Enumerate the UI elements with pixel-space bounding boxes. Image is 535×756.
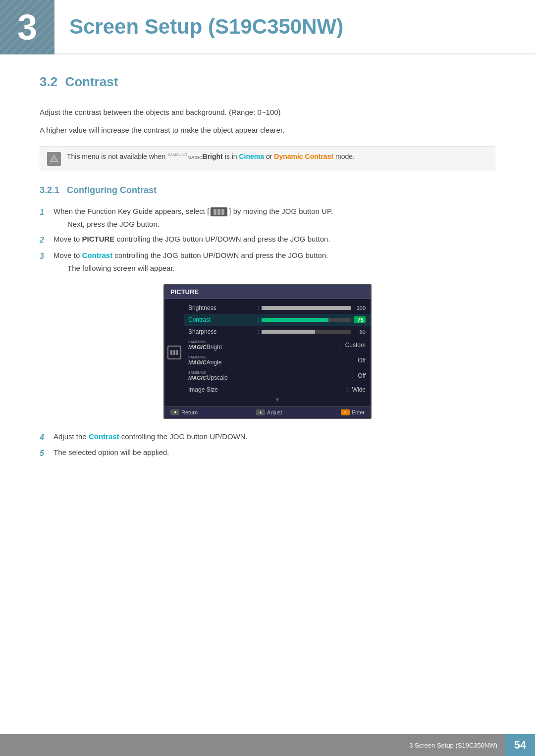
chapter-title-box: Screen Setup (S19C350NW) — [54, 0, 535, 54]
note-text: This menu is not available when SAMSUNGM… — [67, 151, 355, 162]
osd-bar-bg-sharpness — [262, 330, 351, 334]
osd-label-magic-angle: SAMSUNG MAGICAngle — [188, 355, 352, 366]
step-5-text: The selected option will be applied. — [54, 448, 169, 456]
osd-enter-label: Enter — [352, 409, 365, 415]
osd-bar-sharpness: 60 — [262, 329, 366, 335]
section-heading: 3.2 Contrast — [40, 74, 495, 93]
section-title: Contrast — [65, 74, 118, 89]
osd-label-contrast: Contrast — [188, 316, 258, 323]
osd-row-magic-angle: SAMSUNG MAGICAngle : Off — [184, 353, 371, 368]
chapter-header: 3 Screen Setup (S19C350NW) — [0, 0, 535, 54]
osd-footer-enter: ↵ Enter — [341, 409, 365, 415]
step-1-number: 1 — [40, 205, 54, 219]
note-box: This menu is not available when SAMSUNGM… — [40, 146, 495, 171]
osd-num-brightness: 100 — [354, 305, 366, 311]
osd-row-image-size: Image Size : Wide — [184, 384, 371, 396]
osd-footer-adjust: ▲ Adjust — [256, 409, 282, 415]
footer-page-number: 54 — [505, 734, 535, 756]
osd-title-bar: PICTURE — [164, 285, 371, 299]
svg-point-1 — [54, 160, 54, 161]
osd-footer: ◄ Return ▲ Adjust ↵ Enter — [164, 406, 371, 418]
osd-body: Brightness : 100 Contrast : — [164, 299, 371, 406]
step-3-number: 3 — [40, 250, 54, 263]
subsection-number: 3.2.1 — [40, 185, 59, 195]
osd-bar-fill-contrast — [262, 318, 328, 322]
osd-value-magic-upscale: Off — [358, 372, 366, 379]
osd-container: PICTURE Brightness — [40, 284, 495, 419]
osd-menu: Brightness : 100 Contrast : — [184, 299, 371, 406]
osd-bar-bg-contrast — [262, 318, 351, 322]
osd-enter-icon: ↵ — [341, 409, 350, 415]
step-3: 3 Move to Contrast controlling the JOG b… — [40, 250, 495, 274]
osd-screen: PICTURE Brightness — [163, 284, 372, 419]
osd-row-magic-upscale: SAMSUNG MAGICUpscale : Off — [184, 368, 371, 384]
osd-label-image-size: Image Size — [188, 386, 346, 393]
osd-value-magic-angle: Off — [358, 357, 366, 364]
osd-return-icon: ◄ — [170, 409, 179, 415]
osd-footer-return: ◄ Return — [170, 409, 198, 415]
description-1: Adjust the contrast between the objects … — [40, 106, 495, 118]
section-number: 3.2 — [40, 74, 57, 89]
osd-adjust-icon: ▲ — [256, 409, 265, 415]
subsection-heading: 3.2.1 Configuring Contrast — [40, 185, 495, 196]
step-5-number: 5 — [40, 447, 54, 460]
step-3-sub: The following screen will appear. — [54, 262, 328, 274]
subsection-title: Configuring Contrast — [67, 185, 157, 195]
osd-label-magic-bright: SAMSUNG MAGICBright — [188, 340, 339, 351]
steps-list-2: 4 Adjust the Contrast controlling the JO… — [40, 431, 495, 460]
osd-num-contrast: 75 — [354, 316, 366, 323]
osd-row-brightness: Brightness : 100 — [184, 302, 371, 314]
step-4-text: Adjust the Contrast controlling the JOG … — [54, 432, 248, 441]
osd-row-sharpness: Sharpness : 60 — [184, 326, 371, 338]
chapter-number: 3 — [17, 9, 37, 45]
jog-icon — [211, 207, 227, 216]
step-2: 2 Move to PICTURE controlling the JOG bu… — [40, 233, 495, 247]
chapter-number-box: 3 — [0, 0, 54, 54]
osd-adjust-label: Adjust — [267, 409, 282, 415]
svg-rect-2 — [170, 350, 172, 355]
svg-rect-4 — [176, 350, 178, 355]
osd-sidebar-jog-icon — [167, 346, 181, 359]
osd-label-sharpness: Sharpness — [188, 328, 258, 335]
osd-bar-fill-brightness — [262, 306, 351, 310]
step-3-text: Move to Contrast controlling the JOG but… — [54, 251, 328, 259]
note-text-main: This menu is not available when SAMSUNGM… — [67, 152, 355, 160]
page-footer: 3 Screen Setup (S19C350NW) 54 — [0, 734, 535, 756]
osd-bar-contrast: 75 — [262, 316, 366, 323]
steps-list: 1 When the Function Key Guide appears, s… — [40, 205, 495, 274]
description-2: A higher value will increase the contras… — [40, 124, 495, 136]
osd-bar-brightness: 100 — [262, 305, 366, 311]
osd-label-brightness: Brightness — [188, 304, 258, 311]
osd-label-magic-upscale: SAMSUNG MAGICUpscale — [188, 371, 352, 381]
step-5: 5 The selected option will be applied. — [40, 447, 495, 460]
step-1-text: When the Function Key Guide appears, sel… — [54, 207, 333, 215]
osd-value-image-size: Wide — [352, 386, 366, 393]
step-1-sub: Next, press the JOG button. — [54, 218, 333, 230]
osd-return-label: Return — [181, 409, 198, 415]
osd-row-magic-bright: SAMSUNG MAGICBright : Custom — [184, 338, 371, 353]
note-icon — [47, 152, 61, 166]
chapter-title: Screen Setup (S19C350NW) — [69, 15, 343, 39]
osd-value-magic-bright: Custom — [345, 342, 366, 349]
main-content: 3.2 Contrast Adjust the contrast between… — [0, 54, 535, 503]
step-4: 4 Adjust the Contrast controlling the JO… — [40, 431, 495, 444]
osd-bar-bg-brightness — [262, 306, 351, 310]
step-1: 1 When the Function Key Guide appears, s… — [40, 205, 495, 230]
footer-text: 3 Screen Setup (S19C350NW) — [409, 742, 497, 749]
step-2-number: 2 — [40, 233, 54, 247]
osd-row-contrast: Contrast : 75 — [184, 314, 371, 326]
step-2-text: Move to PICTURE controlling the JOG butt… — [54, 235, 330, 243]
osd-num-sharpness: 60 — [354, 329, 366, 335]
osd-bar-fill-sharpness — [262, 330, 315, 334]
svg-rect-3 — [173, 350, 175, 355]
osd-sidebar — [164, 299, 184, 406]
step-4-number: 4 — [40, 431, 54, 444]
